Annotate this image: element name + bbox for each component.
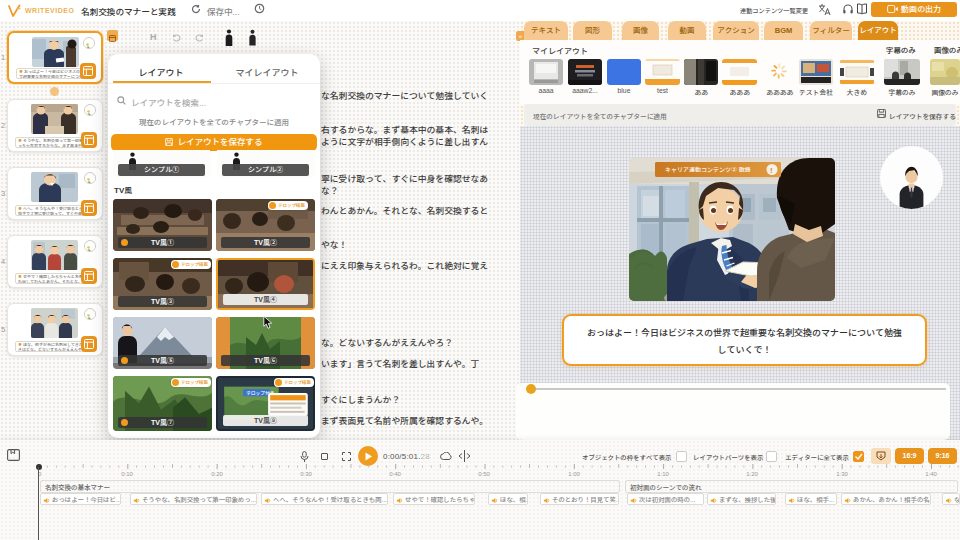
svg-text:!: ! — [770, 166, 773, 175]
svg-text:キャリア連動コンテンツ② 敬語: キャリア連動コンテンツ② 敬語 — [665, 166, 751, 173]
